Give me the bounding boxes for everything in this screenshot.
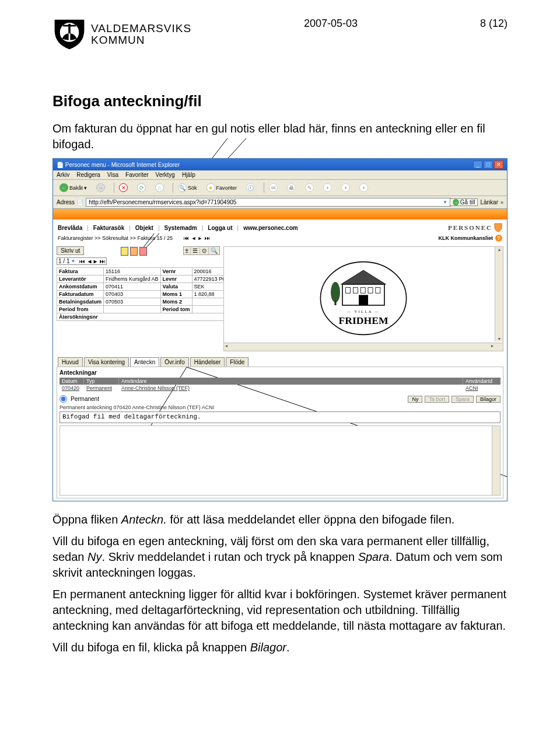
browser-menubar: Arkiv Redigera Visa Favoriter Verktyg Hj… [53, 170, 507, 180]
print-button[interactable]: 🖶 [284, 182, 299, 193]
extra2-button[interactable]: • [338, 182, 353, 193]
secondary-vscrollbar[interactable] [492, 426, 500, 495]
note-red-icon[interactable] [139, 247, 147, 256]
preview-tool-1[interactable]: ± [186, 247, 191, 254]
app-brand-band [53, 209, 507, 219]
section-title: Bifoga anteckning/fil [52, 92, 508, 110]
svg-text:— VILLA —: — VILLA — [346, 309, 380, 313]
svg-rect-11 [346, 288, 351, 294]
org-name-line1: VALDEMARSVIKS [91, 23, 191, 34]
tab-visa-kontering[interactable]: Visa kontering [84, 357, 129, 367]
invoice-left-panel: Skriv ut ± ☰ ⊙ 🔍 [57, 246, 220, 351]
tab-flode[interactable]: Flöde [226, 357, 249, 367]
app-main-menu: Brevlåda| Fakturasök| Objekt| Systemadm|… [53, 219, 507, 233]
notes-table-row[interactable]: 070420 Permanent Anne-Christine Nilsson … [60, 385, 501, 392]
menu-objekt[interactable]: Objekt [135, 225, 153, 231]
para-open-tab: Öppna fliken Anteckn. för att läsa medde… [52, 512, 508, 528]
edit-button[interactable]: ✎ [302, 182, 317, 193]
spara-button[interactable]: Spara [452, 396, 474, 403]
doc-date: 2007-05-03 [304, 18, 358, 30]
svg-rect-12 [353, 288, 358, 294]
para-attach-file: Vill du bifoga en fil, klicka på knappen… [52, 640, 508, 655]
menu-brevlada[interactable]: Brevlåda [58, 225, 82, 231]
url-input[interactable] [86, 198, 451, 207]
svg-rect-16 [359, 295, 368, 305]
menu-favoriter[interactable]: Favoriter [125, 172, 148, 178]
refresh-button[interactable]: ⟳ [134, 182, 149, 193]
print-invoice-button[interactable]: Skriv ut [57, 246, 84, 255]
tab-ovr-info[interactable]: Övr.info [160, 357, 188, 367]
para-permanent-info: En permanent anteckning ligger för allti… [52, 587, 508, 634]
org-logo-icon [52, 18, 86, 51]
doc-header: VALDEMARSVIKS KOMMUN 2007-05-03 8 (12) [52, 18, 508, 51]
close-button[interactable]: ✕ [494, 161, 503, 169]
stop-button[interactable]: ✕ [114, 182, 131, 193]
para-attach-own: Vill du bifoga en egen anteckning, välj … [52, 533, 508, 581]
attachment-icons [121, 247, 147, 256]
menu-personec-link[interactable]: www.personec.com [243, 225, 298, 231]
favorites-button[interactable]: ★Favoriter [204, 182, 240, 193]
preview-tool-4[interactable]: 🔍 [211, 247, 218, 254]
fridhem-logo-icon: — VILLA — FRIDHEM [317, 257, 410, 340]
menu-arkiv[interactable]: Arkiv [57, 172, 69, 178]
menu-redigera[interactable]: Redigera [76, 172, 100, 178]
tabort-button[interactable]: Ta bort [425, 396, 449, 403]
svg-point-17 [331, 282, 340, 302]
tab-huvud[interactable]: Huvud [58, 357, 83, 367]
extra3-button[interactable]: • [356, 182, 371, 193]
menu-visa[interactable]: Visa [107, 172, 118, 178]
preview-toolbar: ± ☰ ⊙ 🔍 [183, 246, 220, 255]
preview-tool-3[interactable]: ⊙ [202, 247, 209, 254]
window-title: Personec menu - Microsoft Internet Explo… [65, 162, 472, 168]
ny-button[interactable]: Ny [408, 396, 422, 403]
menu-systemadm[interactable]: Systemadm [164, 225, 197, 231]
breadcrumb: Fakturaregister >> Sökresultat >> Faktur… [58, 235, 173, 241]
svg-rect-18 [334, 301, 336, 305]
search-button[interactable]: 🔍Sök [173, 182, 200, 193]
note-orange-icon[interactable] [130, 247, 138, 256]
svg-rect-14 [368, 288, 373, 294]
invoice-details-table: Faktura15116Vernr200016 LeverantörFridhe… [57, 267, 229, 321]
notes-heading: Anteckningar [60, 369, 501, 376]
menu-loggaut[interactable]: Logga ut [208, 225, 232, 231]
tab-handelser[interactable]: Händelser [190, 357, 225, 367]
page-control[interactable]: 1 / 1 ▼ ⏮ ◀ ▶ ⏭ [57, 257, 107, 265]
svg-rect-2 [63, 25, 76, 27]
tab-anteckn[interactable]: Anteckn [130, 357, 159, 367]
preview-hscrollbar[interactable] [224, 343, 503, 351]
note-textarea[interactable]: Bifogad fil med deltagarförteckning. [60, 411, 501, 423]
extra1-button[interactable]: • [320, 182, 335, 193]
notes-panel: Anteckningar Datum Typ Användare Använda… [57, 367, 503, 498]
history-button[interactable]: 🕘 [243, 182, 258, 193]
go-button[interactable]: →Gå till [450, 198, 478, 206]
preview-vscrollbar[interactable] [495, 247, 503, 341]
permanent-radio-label: Permanent [71, 396, 99, 402]
menu-hjalp[interactable]: Hjälp [182, 172, 195, 178]
browser-window: 📄 Personec menu - Microsoft Internet Exp… [52, 158, 508, 501]
note-yellow-icon[interactable] [121, 247, 128, 256]
menu-verktyg[interactable]: Verktyg [156, 172, 175, 178]
forward-button[interactable]: → [93, 182, 108, 193]
menu-fakturasok[interactable]: Fakturasök [93, 225, 124, 231]
browser-toolbar: ←Bakåt ▾ → ✕ ⟳ ⌂ 🔍Sök ★Favoriter 🕘 ✉ 🖶 ✎… [53, 180, 507, 196]
svg-text:FRIDHEM: FRIDHEM [338, 315, 388, 326]
links-chevron-icon: » [501, 200, 503, 205]
svg-rect-13 [360, 288, 365, 294]
intro-paragraph: Om fakturan du öppnat har en gul notis e… [52, 121, 508, 152]
personec-brand: PERSONEC [448, 223, 502, 232]
permanent-radio[interactable] [60, 395, 67, 403]
dropdown-icon[interactable]: ▼ [443, 200, 447, 205]
home-button[interactable]: ⌂ [152, 182, 167, 193]
secondary-textarea[interactable] [60, 425, 501, 496]
bilagor-button[interactable]: Bilagor [476, 396, 501, 403]
maximize-button[interactable]: □ [484, 161, 493, 169]
screenshot-wrap: 📄 Personec menu - Microsoft Internet Exp… [52, 158, 508, 501]
mail-button[interactable]: ✉ [264, 182, 281, 193]
links-label[interactable]: Länkar [480, 199, 498, 205]
help-icon[interactable]: ? [495, 235, 502, 242]
address-bar: Adress 📄 ▼ →Gå till Länkar » [53, 196, 507, 209]
back-button[interactable]: ←Bakåt ▾ [57, 182, 90, 193]
preview-tool-2[interactable]: ☰ [192, 247, 200, 254]
minimize-button[interactable]: _ [473, 161, 482, 169]
notes-table-header: Datum Typ Användare AnvändarId [60, 378, 501, 385]
